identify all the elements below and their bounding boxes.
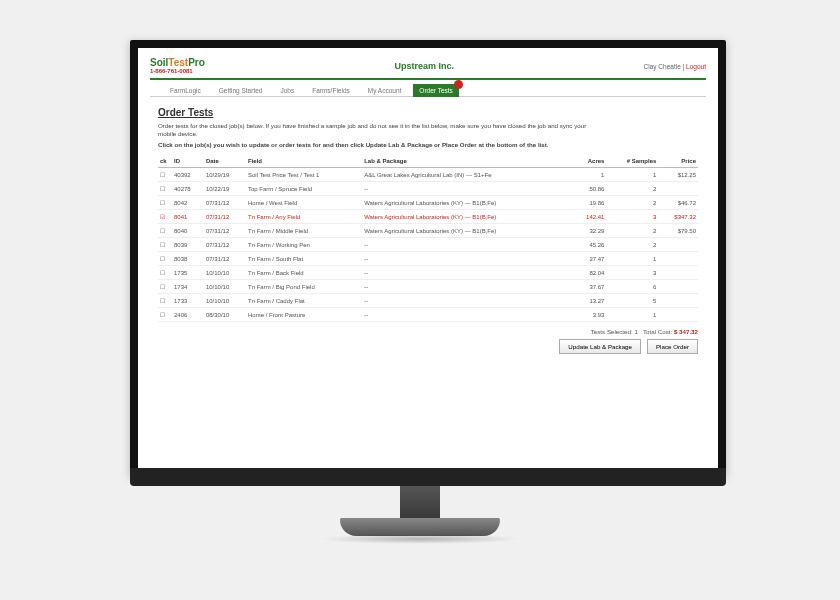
- row-samples: 2: [606, 196, 658, 210]
- table-row[interactable]: ☐803907/31/12Tn Farm / Working Pen--45.2…: [158, 238, 698, 252]
- row-samples: 2: [606, 224, 658, 238]
- row-samples: 6: [606, 280, 658, 294]
- monitor-chin: [130, 468, 726, 486]
- table-row[interactable]: ☐4027810/22/19Top Farm / Spruce Field--5…: [158, 182, 698, 196]
- row-lab: Waters Agricultural Laboratories (KY) — …: [362, 196, 572, 210]
- row-checkbox[interactable]: ☐: [158, 168, 172, 182]
- row-field: Tn Farm / Working Pen: [246, 238, 362, 252]
- col-date: Date: [204, 155, 246, 168]
- row-field: Horse / Front Pasture: [246, 308, 362, 322]
- row-checkbox[interactable]: ☐: [158, 238, 172, 252]
- table-row[interactable]: ☐4039210/29/19Soil Test Price Test / Tes…: [158, 168, 698, 182]
- table-row[interactable]: ☐173410/10/10Tn Farm / Big Pond Field--3…: [158, 280, 698, 294]
- row-date: 10/10/10: [204, 266, 246, 280]
- row-checkbox[interactable]: ☐: [158, 308, 172, 322]
- header-rule: [150, 78, 706, 80]
- row-acres: 3.93: [572, 308, 606, 322]
- table-row[interactable]: ☐804007/31/12Tn Farm / Middle FieldWater…: [158, 224, 698, 238]
- row-samples: 3: [606, 210, 658, 224]
- row-price: $12.25: [658, 168, 698, 182]
- row-price: [658, 182, 698, 196]
- row-acres: 50.86: [572, 182, 606, 196]
- row-price: [658, 294, 698, 308]
- tab-order-tests[interactable]: Order Tests: [413, 84, 458, 97]
- row-samples: 1: [606, 308, 658, 322]
- row-checkbox[interactable]: ☐: [158, 182, 172, 196]
- row-samples: 1: [606, 252, 658, 266]
- row-acres: 13.27: [572, 294, 606, 308]
- table-row[interactable]: ☐173510/10/10Tn Farm / Back Field--82.04…: [158, 266, 698, 280]
- table-header: ck ID Date Field Lab & Package Acres # S…: [158, 155, 698, 168]
- col-id: ID: [172, 155, 204, 168]
- tab-order-tests-label: Order Tests: [419, 87, 452, 94]
- row-checkbox[interactable]: ☐: [158, 252, 172, 266]
- row-acres: 82.04: [572, 266, 606, 280]
- jobs-table: ck ID Date Field Lab & Package Acres # S…: [158, 155, 698, 322]
- tab-my-account[interactable]: My Account: [362, 84, 408, 97]
- row-date: 10/29/19: [204, 168, 246, 182]
- row-field: Tn Farm / Big Pond Field: [246, 280, 362, 294]
- row-date: 07/31/12: [204, 224, 246, 238]
- row-id: 1733: [172, 294, 204, 308]
- row-lab: --: [362, 266, 572, 280]
- row-checkbox[interactable]: ☑: [158, 210, 172, 224]
- col-ck: ck: [158, 155, 172, 168]
- row-lab: A&L Great Lakes Agricultural Lab (IN) — …: [362, 168, 572, 182]
- logo: SoilTestPro 1-866-761-0081: [150, 58, 205, 74]
- row-date: 10/10/10: [204, 294, 246, 308]
- row-id: 2406: [172, 308, 204, 322]
- row-samples: 3: [606, 266, 658, 280]
- row-lab: --: [362, 280, 572, 294]
- row-acres: 32.29: [572, 224, 606, 238]
- row-field: Tn Farm / Back Field: [246, 266, 362, 280]
- header: SoilTestPro 1-866-761-0081 Upstream Inc.…: [150, 58, 706, 74]
- row-date: 10/10/10: [204, 280, 246, 294]
- table-row[interactable]: ☑804107/31/12Tn Farm / Any FieldWaters A…: [158, 210, 698, 224]
- row-date: 07/31/12: [204, 196, 246, 210]
- row-samples: 5: [606, 294, 658, 308]
- logout-link[interactable]: Logout: [686, 63, 706, 70]
- user-area: Clay Cheatle | Logout: [644, 63, 706, 70]
- place-order-button[interactable]: Place Order: [647, 339, 698, 354]
- selected-count: 1: [634, 328, 637, 335]
- row-lab: --: [362, 252, 572, 266]
- update-lab-package-button[interactable]: Update Lab & Package: [559, 339, 641, 354]
- row-id: 8040: [172, 224, 204, 238]
- row-acres: 37.67: [572, 280, 606, 294]
- row-acres: 1: [572, 168, 606, 182]
- row-price: $79.50: [658, 224, 698, 238]
- table-row[interactable]: ☐804207/31/12Horse / West FieldWaters Ag…: [158, 196, 698, 210]
- instruction-text: Click on the job(s) you wish to update o…: [158, 141, 598, 149]
- row-lab: --: [362, 308, 572, 322]
- row-field: Tn Farm / Middle Field: [246, 224, 362, 238]
- row-lab: --: [362, 238, 572, 252]
- totals: Tests Selected: 1 Total Cost: $ 347.32: [158, 328, 698, 335]
- row-lab: --: [362, 294, 572, 308]
- col-lab: Lab & Package: [362, 155, 572, 168]
- total-amount: $ 347.32: [674, 328, 698, 335]
- row-field: Tn Farm / Caddy Flat: [246, 294, 362, 308]
- row-checkbox[interactable]: ☐: [158, 196, 172, 210]
- row-date: 07/31/12: [204, 210, 246, 224]
- content: Order Tests Order tests for the closed j…: [150, 97, 706, 360]
- row-id: 1735: [172, 266, 204, 280]
- tab-getting-started[interactable]: Getting Started: [213, 84, 269, 97]
- page-title: Order Tests: [158, 107, 698, 118]
- table-row[interactable]: ☐803807/31/12Tn Farm / South Flat--27.47…: [158, 252, 698, 266]
- row-id: 1734: [172, 280, 204, 294]
- table-row[interactable]: ☐240608/30/10Horse / Front Pasture--3.93…: [158, 308, 698, 322]
- row-checkbox[interactable]: ☐: [158, 224, 172, 238]
- row-id: 8041: [172, 210, 204, 224]
- logo-phone: 1-866-761-0081: [150, 68, 205, 74]
- tab-farmlogic[interactable]: FarmLogic: [164, 84, 207, 97]
- row-price: [658, 266, 698, 280]
- table-row[interactable]: ☐173310/10/10Tn Farm / Caddy Flat--13.27…: [158, 294, 698, 308]
- row-checkbox[interactable]: ☐: [158, 280, 172, 294]
- tab-farms[interactable]: Farms/Fields: [306, 84, 356, 97]
- tab-jobs[interactable]: Jobs: [274, 84, 300, 97]
- monitor-bezel: SoilTestPro 1-866-761-0081 Upstream Inc.…: [130, 40, 726, 476]
- row-checkbox[interactable]: ☐: [158, 266, 172, 280]
- row-id: 8038: [172, 252, 204, 266]
- row-checkbox[interactable]: ☐: [158, 294, 172, 308]
- row-date: 07/31/12: [204, 252, 246, 266]
